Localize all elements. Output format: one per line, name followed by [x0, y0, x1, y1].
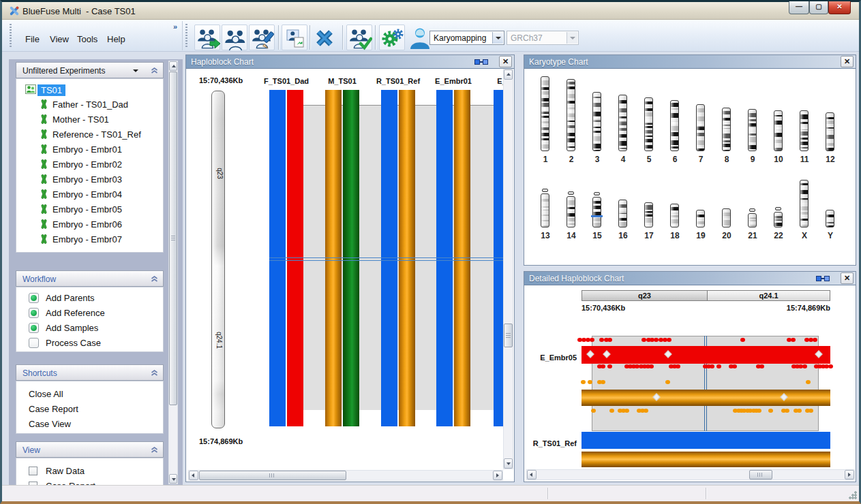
mode-combobox[interactable]: Karyomapping — [429, 31, 504, 45]
haplotype-bar-red[interactable] — [581, 346, 830, 364]
experiment-item[interactable]: Reference - TS01_Ref — [16, 127, 163, 142]
haploblock-hscrollbar[interactable] — [188, 470, 503, 481]
chromosome-X[interactable] — [800, 180, 809, 227]
shortcut-case-report[interactable]: Case Report — [16, 402, 163, 417]
shortcuts-header[interactable]: Shortcuts — [16, 364, 164, 381]
panel-close-button[interactable]: ✕ — [499, 56, 512, 67]
chromosome-4[interactable] — [618, 95, 627, 151]
status-pending-indicator[interactable] — [29, 338, 39, 348]
workflow-label[interactable]: Add Samples — [46, 323, 98, 333]
collapse-chevron-icon[interactable] — [151, 67, 158, 76]
mode-combobox-arrow-button[interactable] — [492, 32, 503, 44]
detailed-hscrollbar[interactable] — [526, 469, 855, 480]
chromosome-15[interactable] — [592, 197, 601, 227]
experiment-label[interactable]: Embryo - Embr05 — [52, 204, 122, 215]
shortcut-close-all[interactable]: Close All — [16, 387, 163, 402]
haploblock-chart[interactable]: 15:70,436Kb 15:74,869Kb q23 q24.1 F_TS01… — [188, 69, 503, 469]
shortcut-case-view[interactable]: Case View — [16, 417, 163, 432]
experiment-item[interactable]: Embryo - Embr07 — [16, 232, 163, 247]
workflow-label[interactable]: Process Case — [46, 338, 101, 348]
chromosome-2[interactable] — [567, 79, 575, 151]
user-profile-button[interactable] — [406, 25, 432, 50]
experiments-header[interactable]: Unfiltered Experiments — [16, 62, 164, 78]
shortcut-label[interactable]: Case Report — [29, 404, 78, 414]
experiment-label[interactable]: Embryo - Embr04 — [52, 189, 122, 200]
scroll-right-button[interactable] — [845, 470, 854, 479]
experiment-item[interactable]: Embryo - Embr01 — [16, 142, 163, 157]
status-done-indicator[interactable] — [29, 308, 39, 318]
band-q241[interactable]: q24.1 — [707, 290, 830, 301]
chromosome-3[interactable] — [592, 92, 601, 151]
chevron-down-icon[interactable] — [133, 69, 138, 72]
chromosome-16[interactable] — [618, 200, 627, 227]
view-option-label[interactable]: Raw Data — [46, 466, 85, 476]
case-tree-item[interactable]: TS01 — [16, 82, 163, 97]
collapse-chevron-icon[interactable] — [151, 446, 158, 456]
chromosome-13[interactable] — [541, 193, 549, 227]
view-option[interactable]: Raw Data — [16, 464, 163, 479]
haploblock-panel-header[interactable]: Haploblock Chart ✕ — [186, 55, 514, 69]
sidebar-scrollbar[interactable] — [168, 61, 178, 484]
chromosome-22[interactable] — [774, 212, 783, 227]
edit-case-button[interactable] — [249, 25, 275, 50]
chromosome-7[interactable] — [696, 104, 705, 151]
collapse-chevron-icon[interactable] — [151, 275, 158, 285]
menu-help[interactable]: Help — [103, 32, 130, 46]
experiment-label[interactable]: Embryo - Embr07 — [52, 234, 122, 245]
scroll-up-button[interactable] — [169, 61, 177, 71]
haploblock-vscrollbar[interactable] — [503, 69, 513, 469]
maximize-button[interactable]: ▢ — [809, 1, 828, 14]
close-button[interactable]: ✕ — [828, 1, 851, 14]
workflow-label[interactable]: Add Parents — [46, 293, 95, 303]
case-label[interactable]: TS01 — [37, 84, 65, 96]
add-family-button[interactable] — [222, 25, 247, 50]
menu-view[interactable]: View — [46, 32, 73, 46]
experiment-label[interactable]: Embryo - Embr01 — [52, 144, 122, 155]
chromosome-1[interactable] — [541, 76, 549, 151]
delete-case-button[interactable] — [311, 25, 337, 50]
chromosome-5[interactable] — [644, 97, 653, 151]
scroll-up-button[interactable] — [504, 69, 513, 80]
shortcut-label[interactable]: Case View — [29, 419, 71, 429]
experiment-item[interactable]: Mother - TS01 — [16, 112, 163, 127]
menubar-grip[interactable] — [10, 24, 12, 48]
experiment-label[interactable]: Embryo - Embr03 — [52, 174, 122, 185]
scrollbar-thumb[interactable] — [169, 72, 177, 405]
chromosome-ideogram[interactable]: q23 q24.1 — [211, 91, 225, 428]
experiment-label[interactable]: Embryo - Embr06 — [52, 219, 122, 230]
experiment-item[interactable]: Embryo - Embr05 — [16, 202, 163, 217]
band-q23[interactable]: q23 — [581, 290, 708, 301]
menubar-overflow-icon[interactable]: » — [173, 22, 177, 31]
workflow-item[interactable]: Add Reference — [16, 306, 163, 321]
haplotype-bar-orange[interactable] — [581, 390, 830, 406]
menu-tools[interactable]: Tools — [73, 32, 102, 46]
experiment-item[interactable]: Embryo - Embr02 — [16, 157, 163, 172]
experiment-item[interactable]: Father - TS01_Dad — [16, 97, 163, 112]
chromosome-Y[interactable] — [826, 210, 834, 227]
chromosome-8[interactable] — [722, 108, 731, 151]
scroll-left-button[interactable] — [189, 471, 198, 480]
experiment-item[interactable]: Embryo - Embr04 — [16, 187, 163, 202]
workflow-item[interactable]: Process Case — [16, 336, 163, 351]
experiment-label[interactable]: Father - TS01_Dad — [52, 99, 128, 110]
chromosome-17[interactable] — [644, 202, 653, 227]
status-done-indicator[interactable] — [29, 293, 39, 303]
workflow-item[interactable]: Add Samples — [16, 321, 163, 336]
view-header[interactable]: View — [16, 441, 164, 458]
scrollbar-thumb[interactable] — [749, 470, 772, 479]
scroll-right-button[interactable] — [493, 471, 502, 480]
chromosome-11[interactable] — [800, 110, 809, 151]
panel-close-button[interactable]: ✕ — [841, 272, 854, 284]
chromosome-12[interactable] — [826, 112, 834, 151]
chromosome-21[interactable] — [748, 213, 757, 227]
collapse-chevron-icon[interactable] — [151, 369, 158, 379]
chromosome-19[interactable] — [696, 210, 705, 227]
scroll-down-button[interactable] — [504, 458, 513, 469]
scroll-left-button[interactable] — [527, 470, 537, 479]
menu-file[interactable]: File — [21, 32, 44, 46]
panel-close-button[interactable]: ✕ — [841, 56, 854, 67]
dock-icon[interactable] — [474, 59, 488, 65]
detailed-panel-header[interactable]: Detailed Haploblock Chart ✕ — [524, 272, 856, 285]
haplotype-bar-blue[interactable] — [581, 432, 830, 449]
resize-grip[interactable] — [849, 491, 857, 499]
